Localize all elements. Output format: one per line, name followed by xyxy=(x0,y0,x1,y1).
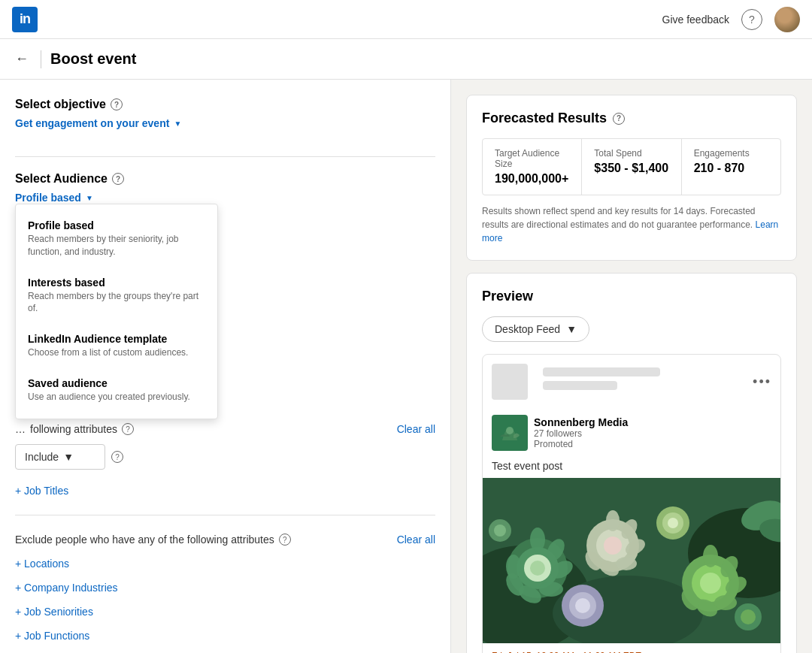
metric-audience-label: Target Audience Size xyxy=(495,148,569,169)
objective-title: Select objective ? xyxy=(15,98,435,111)
add-job-titles-button[interactable]: + Job Titles xyxy=(15,482,68,500)
metric-spend-label: Total Spend xyxy=(594,148,668,159)
audience-arrow-icon: ▼ xyxy=(86,194,93,202)
avatar-image xyxy=(774,7,800,32)
dropdown-item-profile-desc: Reach members by their seniority, job fu… xyxy=(28,233,205,258)
clear-all-button[interactable]: Clear all xyxy=(397,423,435,435)
select-arrow-icon: ▼ xyxy=(63,451,74,463)
exclude-info-icon[interactable]: ? xyxy=(279,534,291,546)
dropdown-item-template-desc: Choose from a list of custom audiences. xyxy=(28,346,205,359)
metric-engagements-value: 210 - 870 xyxy=(694,162,768,175)
metric-audience-size: Target Audience Size 190,000,000+ xyxy=(483,139,582,195)
help-icon[interactable]: ? xyxy=(741,9,762,30)
svg-point-9 xyxy=(530,528,545,552)
exclude-label: Exclude people who have any of the follo… xyxy=(15,534,291,546)
post-card: ••• Sonnen xyxy=(482,354,781,653)
main-layout: Select objective ? Get engagement on you… xyxy=(0,80,812,653)
post-placeholder-section: ••• xyxy=(483,355,780,406)
attributes-section: … following attributes ? Clear all Inclu… xyxy=(15,423,435,500)
feed-select[interactable]: Desktop Feed ▼ xyxy=(482,316,589,342)
svg-point-8 xyxy=(530,561,545,576)
attributes-label: … following attributes ? xyxy=(15,423,134,435)
back-button[interactable]: ← xyxy=(12,48,32,70)
objective-dropdown[interactable]: Get engagement on your event ▼ xyxy=(15,117,181,129)
dropdown-item-interests-title: Interests based xyxy=(28,277,205,289)
post-author-name: Sonnenberg Media xyxy=(534,416,628,428)
location-info-icon[interactable]: ? xyxy=(111,451,123,463)
add-job-seniorities-button[interactable]: + Job Seniorities xyxy=(15,603,93,621)
location-select-row: Include ▼ ? xyxy=(15,444,435,470)
dropdown-item-template[interactable]: LinkedIn Audience template Choose from a… xyxy=(16,324,217,368)
svg-point-31 xyxy=(714,595,737,610)
audience-dropdown-trigger[interactable]: Profile based ▼ xyxy=(15,192,93,204)
metric-engagements: Engagements 210 - 870 xyxy=(682,139,780,195)
metric-spend-value: $350 - $1,400 xyxy=(594,162,668,175)
header-divider xyxy=(41,50,41,68)
post-event-footer: Fri, Jul 15, 10:00 AM - 11:00 AM EDT Tes… xyxy=(483,643,780,653)
audience-info-icon[interactable]: ? xyxy=(112,173,124,185)
attributes-info-icon[interactable]: ? xyxy=(122,423,134,435)
forecasted-card: Forecasted Results ? Target Audience Siz… xyxy=(466,95,797,261)
dropdown-item-saved[interactable]: Saved audience Use an audience you creat… xyxy=(16,368,217,413)
svg-point-22 xyxy=(616,557,637,570)
post-body-text: Test event post xyxy=(483,460,780,478)
post-author-promoted: Promoted xyxy=(534,439,628,449)
dropdown-item-profile[interactable]: Profile based Reach members by their sen… xyxy=(16,210,217,268)
preview-title: Preview xyxy=(482,289,781,304)
objective-arrow-icon: ▼ xyxy=(174,119,181,128)
give-feedback-button[interactable]: Give feedback xyxy=(662,14,730,26)
add-job-functions-button[interactable]: + Job Functions xyxy=(15,627,89,645)
svg-point-18 xyxy=(604,537,622,555)
objective-info-icon[interactable]: ? xyxy=(111,98,123,110)
svg-point-19 xyxy=(606,510,620,531)
dropdown-item-interests[interactable]: Interests based Reach members by the gro… xyxy=(16,268,217,325)
metric-engagements-label: Engagements xyxy=(694,148,768,159)
location-select[interactable]: Include ▼ xyxy=(15,444,105,470)
attributes-header: … following attributes ? Clear all xyxy=(15,423,435,435)
exclude-header: Exclude people who have any of the follo… xyxy=(15,534,435,546)
right-panel: Forecasted Results ? Target Audience Siz… xyxy=(451,80,812,653)
top-nav: in Give feedback ? xyxy=(0,0,812,39)
exclude-clear-all-button[interactable]: Clear all xyxy=(397,534,435,546)
svg-point-12 xyxy=(539,582,563,597)
feed-select-arrow-icon: ▼ xyxy=(566,323,577,335)
placeholder-avatar xyxy=(492,364,528,400)
audience-dropdown-menu: Profile based Reach members by their sen… xyxy=(15,204,218,419)
post-author-header: Sonnenberg Media 27 followers Promoted xyxy=(483,406,780,460)
svg-point-43 xyxy=(494,525,506,537)
svg-point-27 xyxy=(700,573,721,594)
forecasted-note: Results shown reflect spend and key resu… xyxy=(482,204,781,245)
svg-point-0 xyxy=(506,427,514,434)
svg-point-15 xyxy=(506,555,521,579)
post-author-followers: 27 followers xyxy=(534,428,628,439)
linkedin-logo: in xyxy=(12,7,38,32)
dropdown-item-interests-desc: Reach members by the groups they're part… xyxy=(28,290,205,316)
page-title: Boost event xyxy=(50,50,136,68)
dropdown-item-saved-title: Saved audience xyxy=(28,377,205,389)
svg-point-28 xyxy=(703,545,718,567)
metric-audience-value: 190,000,000+ xyxy=(495,172,569,186)
nav-right: Give feedback ? xyxy=(662,7,801,32)
svg-point-36 xyxy=(668,518,678,528)
section-divider-1 xyxy=(15,156,435,157)
add-company-industries-button[interactable]: + Company Industries xyxy=(15,579,118,597)
avatar[interactable] xyxy=(774,7,800,32)
page-header: ← Boost event xyxy=(0,39,812,80)
objective-section: Select objective ? Get engagement on you… xyxy=(15,98,435,141)
post-author-info: Sonnenberg Media 27 followers Promoted xyxy=(534,416,628,449)
placeholder-bar-2 xyxy=(543,381,617,390)
svg-point-45 xyxy=(741,609,756,624)
left-panel: Select objective ? Get engagement on you… xyxy=(0,80,451,653)
dropdown-item-saved-desc: Use an audience you created previously. xyxy=(28,391,205,404)
dropdown-item-profile-title: Profile based xyxy=(28,219,205,231)
post-more-button[interactable]: ••• xyxy=(753,374,771,390)
add-locations-button[interactable]: + Locations xyxy=(15,555,69,573)
section-divider-2 xyxy=(15,515,435,515)
svg-point-39 xyxy=(575,598,590,613)
forecasted-info-icon[interactable]: ? xyxy=(613,113,625,125)
placeholder-bar-1 xyxy=(543,367,660,376)
placeholder-bars xyxy=(534,367,747,396)
post-author-row: Sonnenberg Media 27 followers Promoted xyxy=(492,415,628,451)
audience-title: Select Audience ? xyxy=(15,172,435,186)
audience-section: Select Audience ? Profile based ▼ Profil… xyxy=(15,172,435,213)
